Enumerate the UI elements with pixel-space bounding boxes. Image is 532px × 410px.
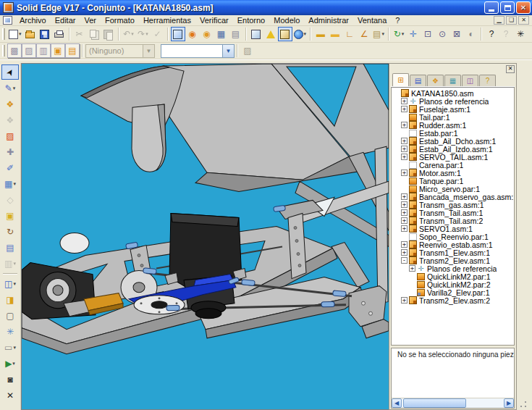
mdi-close-button[interactable]: ✕ [518, 16, 529, 25]
tree-item[interactable]: +Transm_Tail.asm:1 [393, 209, 514, 217]
zoom-button[interactable]: ⊙ [435, 27, 449, 41]
menu-ver[interactable]: Ver [80, 15, 101, 25]
tree-item[interactable]: +Transm1_Elev.asm:1 [393, 248, 514, 256]
component-sets-button[interactable]: ◨ [1, 292, 19, 307]
active-window-button[interactable] [171, 27, 185, 41]
configuration-display-button[interactable]: ▨ [240, 43, 255, 58]
expand-icon[interactable]: + [401, 146, 408, 152]
new-window-button[interactable]: ◉ [185, 27, 200, 41]
disperse-disabled-button[interactable]: ▥▾ [1, 256, 19, 271]
menu-archivo[interactable]: Archivo [15, 15, 51, 25]
activate-part-button[interactable]: ▣ [51, 43, 65, 58]
mdi-minimize-button[interactable]: ▁ [494, 16, 504, 25]
select-visible-button[interactable]: ▢ [1, 308, 19, 323]
mdi-restore-button[interactable]: ❏ [506, 16, 517, 25]
edgebar-close-icon[interactable]: ✕ [506, 65, 515, 73]
tile-windows-button[interactable]: ▦ [214, 27, 229, 41]
measure-minimum-distance-button[interactable]: ▬ [328, 27, 342, 41]
update-links-button[interactable]: ✓ [151, 27, 165, 41]
dropdown-arrow-icon[interactable]: ▾ [13, 345, 16, 351]
tab-layers[interactable]: ▦ [444, 75, 461, 86]
paint-part-button[interactable]: ▨ [1, 128, 19, 143]
tree-item[interactable]: QuickLinkM2.par:1 [393, 272, 514, 280]
inspect-element-button[interactable]: ? [499, 27, 513, 41]
assembly-view-2-button[interactable]: ▨ [22, 43, 36, 58]
render-setup-button[interactable]: ▭▾ [1, 340, 19, 355]
smart-tools-button[interactable]: ✳ [513, 27, 528, 41]
menu-herramientas[interactable]: Herramientas [139, 15, 195, 25]
shaded-with-edges-cube-button[interactable] [278, 27, 292, 41]
place-part-disabled-button[interactable]: ❖ [1, 112, 19, 127]
explode-assembly-button[interactable]: ✳ [1, 324, 19, 339]
tree-item[interactable]: +Reenvio_estab.asm:1 [393, 240, 514, 248]
scrollbar-track[interactable] [402, 398, 504, 408]
toolbar-grip-2[interactable] [2, 45, 5, 57]
configuration-combo[interactable]: ▼ [161, 44, 235, 58]
collapse-icon[interactable]: - [401, 257, 408, 264]
chevron-down-icon[interactable]: ▼ [222, 45, 234, 57]
tree-item[interactable]: +Transm_gas.asm:1 [393, 201, 514, 209]
measure-normal-button[interactable]: ∟ [342, 27, 357, 41]
tree-item[interactable]: Estab.par:1 [393, 129, 514, 137]
viewport-3d[interactable] [21, 63, 389, 410]
expand-icon[interactable]: + [401, 154, 408, 160]
tree-item[interactable]: +✛Planos de referencia [393, 97, 514, 105]
tree-item[interactable]: +Estab_Ail_Dcho.asm:1 [393, 137, 514, 145]
tree-item[interactable]: +Motor.asm:1 [393, 169, 514, 177]
tree-item[interactable]: +Fuselaje.asm:1 [393, 105, 514, 113]
scroll-left-icon[interactable]: ◀ [392, 398, 402, 408]
assembly-view-1-button[interactable]: ▩ [7, 43, 22, 58]
show-hide-components-button[interactable]: ◫▾ [1, 276, 19, 291]
shaded-wedge-button[interactable] [263, 27, 278, 41]
fit-view-button[interactable]: ⊠ [449, 27, 464, 41]
visible-edges-cube-button[interactable] [249, 27, 263, 41]
expand-icon[interactable]: + [401, 138, 408, 144]
sketch-in-place-button[interactable]: ✎▾ [1, 80, 19, 96]
remove-from-display-button[interactable]: ✕ [1, 388, 19, 403]
revise-part-button[interactable]: ↻ [1, 224, 19, 239]
dropdown-arrow-icon[interactable]: ▾ [13, 85, 16, 91]
measure-distance-button[interactable]: ▬ [313, 27, 328, 41]
expand-icon[interactable]: + [401, 241, 408, 248]
cascade-windows-button[interactable]: ▤ [229, 27, 243, 41]
rotate-view-button[interactable]: ↻▾ [392, 27, 406, 41]
place-part-button[interactable]: ❖ [1, 96, 19, 112]
assembly-view-3-button[interactable]: ▥ [36, 43, 51, 58]
common-views-globe-button[interactable]: ▾ [292, 27, 308, 41]
undo-button[interactable]: ↶▾ [122, 27, 136, 41]
pan-view-button[interactable]: ✛ [406, 27, 421, 41]
print-button[interactable] [52, 27, 67, 41]
dropdown-arrow-icon[interactable]: ▾ [145, 31, 148, 37]
save-button[interactable] [38, 27, 52, 41]
dropdown-arrow-icon[interactable]: ▾ [13, 181, 16, 187]
tree-item[interactable]: QuickLinkM2.par:2 [393, 280, 514, 288]
tree-item[interactable]: +Transm2_Elev.asm:2 [393, 296, 514, 304]
tree-item[interactable]: KATANA1850.asm [393, 89, 514, 97]
tree-item[interactable]: Micro_servo.par:1 [393, 185, 514, 193]
tab-sensors[interactable]: ◫ [462, 75, 478, 86]
expand-icon[interactable]: + [401, 225, 408, 232]
tab-family-of-assemblies[interactable]: ❖ [427, 75, 444, 86]
expand-icon[interactable]: + [409, 265, 415, 272]
minimize-button[interactable] [484, 1, 499, 14]
tree-item[interactable]: Tanque.par:1 [393, 177, 514, 185]
tree-item[interactable]: +Bancada_mservo_gas.asm:1 [393, 193, 514, 201]
mirror-components-button[interactable]: ◇ [1, 192, 19, 207]
select-help-button[interactable]: ? [484, 27, 499, 41]
menu-ventana[interactable]: Ventana [353, 15, 391, 25]
dropdown-arrow-icon[interactable]: ▾ [304, 31, 307, 37]
menu-administrar[interactable]: Administrar [304, 15, 353, 25]
expand-icon[interactable]: + [401, 297, 408, 304]
paste-button[interactable] [101, 27, 116, 41]
tree-item[interactable]: Tail.par:1 [393, 113, 514, 121]
expand-icon[interactable]: + [401, 201, 408, 208]
fastener-system-button[interactable]: ✚ [1, 144, 19, 159]
expand-icon[interactable]: + [401, 122, 408, 128]
document-icon[interactable] [3, 16, 12, 25]
menu-?[interactable]: ? [391, 15, 404, 25]
menu-modelo[interactable]: Modelo [269, 15, 304, 25]
dropdown-arrow-icon[interactable]: ▾ [13, 261, 16, 267]
select-tool-button[interactable]: ➤ [1, 64, 19, 80]
occurrence-properties-button[interactable]: ▤ [1, 240, 19, 255]
dropdown-arrow-icon[interactable]: ▾ [402, 31, 405, 37]
